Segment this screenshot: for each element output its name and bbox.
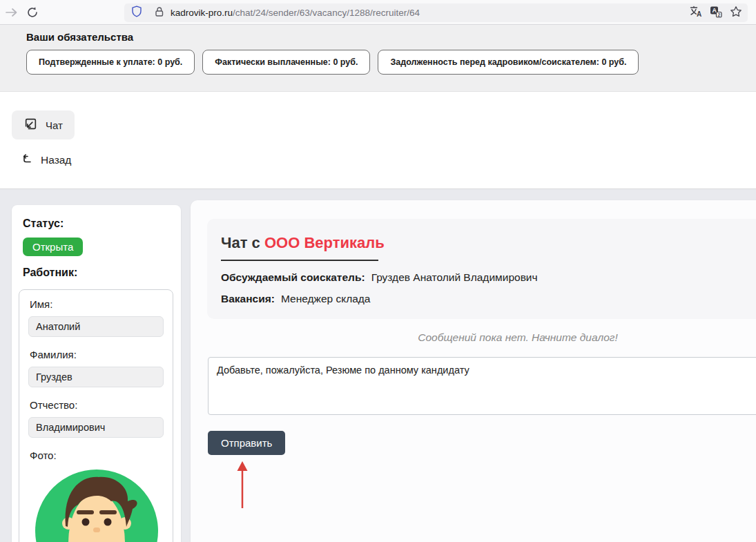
candidate-line: Обсуждаемый соискатель:Груздев Анатолий … bbox=[221, 271, 756, 284]
svg-text:A: A bbox=[697, 10, 701, 18]
chat-header-card: Чат с ООО Вертикаль Обсуждаемый соискате… bbox=[207, 219, 756, 319]
bookmark-star-icon[interactable] bbox=[730, 6, 742, 21]
first-name-label: Имя: bbox=[30, 298, 164, 310]
last-name-field[interactable] bbox=[28, 367, 164, 387]
translate-page-icon[interactable]: A2 bbox=[710, 6, 722, 21]
empty-chat-message: Сообщений пока нет. Начните диалог! bbox=[207, 331, 756, 344]
browser-toolbar: kadrovik-pro.ru/chat/24/sender/63/vacanc… bbox=[0, 0, 756, 25]
shield-icon[interactable] bbox=[131, 6, 142, 20]
worker-avatar bbox=[35, 470, 158, 542]
url-text: kadrovik-pro.ru/chat/24/sender/63/vacanc… bbox=[171, 8, 689, 18]
message-input[interactable]: Добавьте, пожалуйста, Резюме по данному … bbox=[208, 357, 756, 415]
vacancy-sidebar-card: Статус: Открыта Работник: Имя: Фамилия: … bbox=[12, 205, 181, 542]
box-arrow-in-icon bbox=[23, 117, 38, 133]
obligation-paid-badge: Фактически выплаченные: 0 руб. bbox=[202, 50, 370, 75]
forward-icon[interactable] bbox=[5, 6, 18, 21]
chat-title: Чат с ООО Вертикаль bbox=[221, 234, 756, 252]
middle-name-field[interactable] bbox=[28, 417, 164, 438]
obligations-section: Ваши обязательства Подтвержденные к упла… bbox=[0, 25, 756, 92]
back-return-icon bbox=[21, 153, 33, 168]
vacancy-line: Вакансия:Менеджер склада bbox=[221, 293, 756, 305]
obligation-confirmed-badge: Подтвержденные к уплате: 0 руб. bbox=[26, 50, 195, 75]
title-underline bbox=[221, 260, 378, 261]
obligations-title: Ваши обязательства bbox=[26, 31, 756, 43]
obligations-row: Подтвержденные к уплате: 0 руб. Фактичес… bbox=[26, 50, 756, 75]
last-name-label: Фамилия: bbox=[30, 349, 164, 360]
svg-text:2: 2 bbox=[717, 12, 720, 17]
vacancy-label: Вакансия: bbox=[221, 293, 275, 304]
vacancy-value: Менеджер склада bbox=[281, 293, 371, 304]
candidate-value: Груздев Анатолий Владимирович bbox=[371, 271, 538, 283]
status-badge: Открыта bbox=[23, 238, 83, 256]
worker-card: Имя: Фамилия: Отчество: Фото: bbox=[19, 289, 173, 542]
chat-title-prefix: Чат с bbox=[221, 234, 264, 251]
lock-icon[interactable] bbox=[154, 6, 164, 20]
worker-label: Работник: bbox=[23, 267, 173, 279]
url-host: kadrovik-pro.ru bbox=[171, 8, 233, 18]
back-link-label: Назад bbox=[41, 154, 71, 166]
chat-toggle-label: Чат bbox=[46, 119, 63, 131]
reload-icon[interactable] bbox=[26, 6, 39, 21]
first-name-field[interactable] bbox=[28, 316, 164, 337]
chat-panel: Чат с ООО Вертикаль Обсуждаемый соискате… bbox=[191, 200, 756, 542]
chat-toggle-button[interactable]: Чат bbox=[12, 110, 75, 139]
send-button[interactable]: Отправить bbox=[208, 431, 285, 455]
photo-label: Фото: bbox=[30, 449, 164, 461]
middle-name-label: Отчество: bbox=[30, 399, 164, 411]
status-label: Статус: bbox=[23, 217, 173, 230]
url-path: /chat/24/sender/63/vacancy/1288/recruite… bbox=[233, 8, 420, 18]
obligation-debt-badge: Задолженность перед кадровиком/соискател… bbox=[378, 50, 639, 75]
translate-icon[interactable]: A bbox=[689, 6, 702, 21]
back-link[interactable]: Назад bbox=[21, 153, 71, 168]
annotation-arrow-icon bbox=[232, 460, 253, 512]
candidate-label: Обсуждаемый соискатель: bbox=[221, 271, 365, 283]
url-bar[interactable]: kadrovik-pro.ru/chat/24/sender/63/vacanc… bbox=[124, 3, 748, 22]
chat-title-company: ООО Вертикаль bbox=[264, 234, 385, 251]
